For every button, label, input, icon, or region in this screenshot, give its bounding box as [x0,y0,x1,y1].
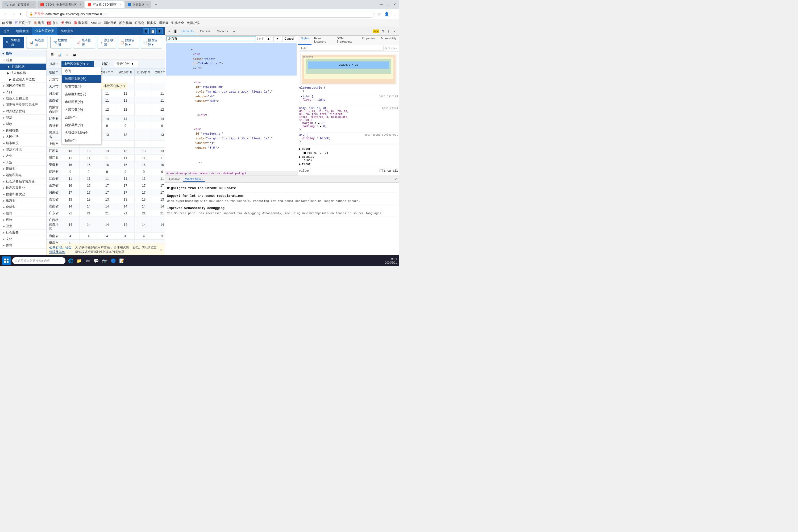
close-button[interactable]: × [392,2,397,7]
devtools-menu-icon[interactable]: ⋮ [386,29,391,34]
tree-item-城市概况[interactable]: ▶ 城市概况 [0,140,46,147]
taskbar-word-icon[interactable]: 📝 [118,257,126,264]
html-line-3[interactable]: </div> [166,108,297,122]
filter-cls-label[interactable]: .cls [391,47,395,50]
menu-dots-icon[interactable]: ⋮ [391,11,397,17]
tree-item-综合[interactable]: ▼ 综合 [0,57,46,63]
styles-tab-properties[interactable]: Properties [359,36,378,45]
tree-item-就业人员和工资[interactable]: ▶ 就业人员和工资 [0,95,46,102]
bookmark-novel[interactable]: 免费小说 [187,21,200,25]
data-map-btn[interactable]: 🗺 数据地图 [51,37,71,49]
style-prop-display[interactable]: display [302,137,315,140]
tree-item-固定资产[interactable]: ▶ 固定资产投资和房地产 [0,102,46,108]
tree-item-人民生活[interactable]: ▶ 人民生活 [0,134,46,140]
tree-item-农业[interactable]: ▶ 农业 [0,153,46,159]
bookmark-tmall[interactable]: 天 天猫 [61,21,72,25]
view-icon-1[interactable]: ⊞ [143,28,149,34]
styles-tab-event-listeners[interactable]: Event Listeners [311,36,334,45]
dropdown-item-地级区划数[interactable]: 地级区划数(个) [62,75,101,83]
bookmark-star-icon[interactable]: ☆ [376,11,382,17]
tab-2-close[interactable]: × [119,3,121,6]
tree-item-国民经济核算[interactable]: ▶ 国民经济核算 [0,83,46,89]
html-line-5[interactable]: ... [166,155,297,169]
notification-close-button[interactable]: × [160,248,162,252]
add-favorite-btn[interactable]: ＋ 添加收藏 [98,37,116,49]
taskbar-edge-icon[interactable]: 🌐 [67,257,75,264]
th-2016[interactable]: 2016年 ⇅ [116,69,135,76]
style-prop-margin[interactable]: margin [302,121,313,125]
color-arrow[interactable]: ▶ [299,147,301,151]
nav-province-data[interactable]: 分省年度数据 [32,27,57,35]
breadcrumb-div2[interactable]: div [217,172,221,175]
nav-simple-query[interactable]: 简单查询 [57,28,77,35]
display-arrow[interactable]: ▶ [299,155,301,158]
style-prop-padding[interactable]: padding [302,125,315,128]
tree-root[interactable]: ▼ 指标 [0,50,46,57]
bar-chart-icon[interactable]: 📊 [57,52,62,58]
start-button[interactable] [2,256,11,265]
collapse-icon[interactable]: ▼ [191,49,192,51]
new-tab-button[interactable]: + [152,1,160,8]
indicator-select[interactable]: 地级区划数(个) ▾ [61,61,94,67]
bookmark-juhuasuan[interactable]: 聚 聚划算 [74,21,88,25]
tree-item-科技[interactable]: ▶ 科技 [0,217,46,223]
html-line-1[interactable]: ▼ <div class="right" id="divdroplist"> =… [166,43,297,76]
margin-arrow[interactable]: ▶ [318,122,320,125]
bookmark-suning[interactable]: 苏宁易购 [119,21,132,25]
th-region[interactable]: 地区 ⇅ [47,69,61,76]
breadcrumb-main[interactable]: #main [167,172,174,175]
taskbar-chrome-icon[interactable]: 🔵 [110,257,117,264]
bookmark-taobao[interactable]: 淘 淘宝 [34,21,44,25]
tree-item-行政区划[interactable]: ▶ 行政区划 [0,63,46,70]
notification-link[interactable]: 公共管理、社会保障及其他 [49,245,73,254]
console-tab-console[interactable]: Console [167,177,182,182]
bookmark-jd[interactable]: JD 京东 [47,21,58,25]
devtools-tab-sources[interactable]: Sources [214,28,230,34]
taskbar-camera-icon[interactable]: 📷 [101,257,109,264]
advanced-query-btn[interactable]: 📊 高级查询 [26,37,48,49]
maximize-button[interactable]: □ [386,3,390,7]
tree-item-社会服务[interactable]: ▶ 社会服务 [0,230,46,236]
style-prop-float[interactable]: float [302,98,311,101]
dropdown-item-乡镇级[interactable]: 乡镇级区划数(个 [62,129,101,137]
minimize-button[interactable]: ─ [379,2,384,7]
styles-filter-input[interactable] [300,46,384,51]
tree-item-工业[interactable]: ▶ 工业 [0,159,46,166]
tree-item-体育[interactable]: ▶ 体育 [0,242,46,249]
taskbar-folder-icon[interactable]: 📁 [76,257,83,264]
dropdown-item-县级区划数[interactable]: 县级区划数(个) [62,91,101,98]
search-prev-btn[interactable]: ▲ [265,36,272,41]
tree-item-卫生[interactable]: ▶ 卫生 [0,223,46,230]
tree-item-财政[interactable]: ▶ 财政 [0,121,46,128]
styles-tab-styles[interactable]: Styles [298,36,311,45]
taskbar-mail-icon[interactable]: ✉ [84,257,92,264]
tree-item-对外经济[interactable]: ▶ 对外经济贸易 [0,108,46,115]
show-all-checkbox[interactable] [380,169,383,172]
bookmark-news[interactable]: 看新闻 [159,21,169,25]
html-line-4[interactable]: <div id="mySelect_sj" style="margin: 7px… [166,122,297,155]
inspect-element-icon[interactable]: ↖ [167,29,172,34]
bookmark-video[interactable]: 影视大全 [171,21,184,25]
pie-chart-icon[interactable]: ◕ [72,52,77,58]
search-cancel-btn[interactable]: Cancel [282,36,296,41]
tree-item-文化[interactable]: ▶ 文化 [0,236,46,242]
nav-home[interactable]: 首页 [0,28,13,35]
table-view-icon[interactable]: ⊞ [64,52,70,58]
breadcrumb-mwrap[interactable]: #m-wrap [176,172,187,175]
html-line-2[interactable]: <div id="mySelect_zb" style="margin: 7px… [166,76,297,108]
tree-item-教育[interactable]: ▶ 教育 [0,210,46,217]
devtools-close-icon[interactable]: × [392,29,397,34]
bookmark-nav[interactable]: 网址导航 [104,21,116,25]
tab-1-close[interactable]: × [79,3,81,6]
dropdown-item-镇数[interactable]: 镇数(个) [62,137,101,145]
tree-item-社会消费[interactable]: ▶ 社会消费品零售总额 [0,178,46,185]
tree-item-法人单位数[interactable]: ▶ 法人单位数 [0,70,46,76]
time-select[interactable]: 最近10年 ▾ [114,61,139,67]
devtools-tab-elements[interactable]: Elements [179,28,196,34]
tree-item-金融业[interactable]: ▶ 金融业 [0,204,46,210]
tab-0[interactable]: 🔍 csdn_百度搜索 × [2,1,36,8]
tab-3-close[interactable]: × [147,3,149,6]
devtools-tab-console[interactable]: Console [197,28,213,34]
tree-item-住宿餐饮[interactable]: ▶ 住宿和餐饮业 [0,191,46,198]
devtools-settings-icon[interactable]: ⚙ [380,29,385,34]
